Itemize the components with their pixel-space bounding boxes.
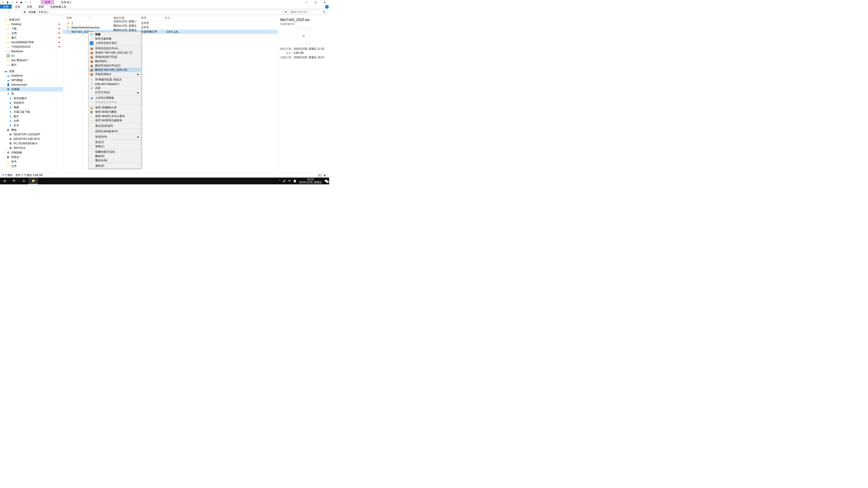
breadcrumb[interactable]: 🖥 › 此电脑 › 文档 (E:) › ˅ xyxy=(22,9,283,14)
tree-downloads[interactable]: ▬下载📌 xyxy=(0,26,63,31)
refresh-button[interactable]: ⟳ xyxy=(283,9,288,14)
contextual-tab-manage[interactable]: 管理 xyxy=(41,0,54,4)
tree-soft[interactable]: ▬软件 xyxy=(0,159,63,164)
task-view-button[interactable]: ⧉ xyxy=(19,177,29,184)
menu-360-manage[interactable]: ●使用 360管理右键菜单 xyxy=(89,119,141,123)
action-center-icon[interactable]: 💬3 xyxy=(324,180,328,183)
history-dropdown[interactable]: ˅ xyxy=(11,11,16,13)
eject-icon[interactable]: ⏏ xyxy=(20,0,23,4)
col-size[interactable]: 大小 xyxy=(164,16,183,20)
tab-share[interactable]: 共享 xyxy=(24,4,35,8)
tree-music[interactable]: ▮音乐 xyxy=(0,123,63,128)
menu-shortcut[interactable]: 创建快捷方式(S) xyxy=(89,150,141,154)
crumb-dropdown-icon[interactable]: ˅ xyxy=(281,11,281,13)
tree-pc1[interactable]: 🖥DESKTOP-LSSOEDP xyxy=(0,132,63,137)
file-row[interactable]: 📁1 2020/12/15, 星期二 1... 文件夹 xyxy=(63,21,278,25)
file-row[interactable]: 📁BaiduNetdiskDownload 2020/12/25, 星期五 1.… xyxy=(63,25,278,30)
clock[interactable]: 16:32 2020/12/25, 星期五 xyxy=(299,178,322,184)
tree-thispc[interactable]: 🖥此电脑 xyxy=(0,87,63,92)
tab-file[interactable]: 文件 xyxy=(0,4,12,8)
tree-bandicam[interactable]: ▬Bandicam xyxy=(0,49,63,54)
menu-restore[interactable]: 还原以前的版本(V) xyxy=(89,129,141,133)
menu-360-trojan[interactable]: ●使用 360进行木马云查杀 xyxy=(89,114,141,119)
menu-rename[interactable]: 重命名(M) xyxy=(89,158,141,163)
check-icon[interactable]: ✔ xyxy=(10,0,14,4)
menu-burn[interactable]: 刻录光盘映像 xyxy=(89,37,141,41)
search-button[interactable]: 🔍 xyxy=(9,177,19,184)
col-modified[interactable]: 修改日期 xyxy=(114,16,141,20)
tab-home[interactable]: 主页 xyxy=(12,4,24,8)
tree-pics[interactable]: ▬图片📌 xyxy=(0,35,63,40)
col-name[interactable]: 名称 xyxy=(63,16,114,20)
tree-docs[interactable]: ▬文档📌 xyxy=(0,31,63,35)
tree-video[interactable]: ▮视频 xyxy=(0,105,63,109)
up-button[interactable]: ↑ xyxy=(16,10,20,13)
close-red-icon[interactable]: ✕ xyxy=(15,0,19,4)
tree-pc3[interactable]: 🖥PC-20190530OBLA xyxy=(0,141,63,146)
menu-extract-to[interactable]: 📦解压到(F)... xyxy=(89,59,141,64)
start-button[interactable]: ⊞ xyxy=(0,177,9,184)
tree-onedrive[interactable]: ☁OneDrive xyxy=(0,73,63,78)
tree-lib[interactable]: ▮库 xyxy=(0,92,63,96)
menu-send-to[interactable]: 发送到(N)▶ xyxy=(89,135,141,139)
tree-excel[interactable]: ▬excel表格制作求和📌 xyxy=(0,40,63,44)
tree-local[interactable]: ▮本机照片 xyxy=(0,101,63,105)
menu-properties[interactable]: 属性(R) xyxy=(89,164,141,168)
menu-copy[interactable]: 复制(C) xyxy=(89,144,141,149)
ime-indicator[interactable]: 中 xyxy=(288,179,291,183)
tree-gdrive[interactable]: 💽G:\ xyxy=(0,54,63,58)
explorer-taskbar-button[interactable]: 📁 xyxy=(29,177,38,184)
menu-share[interactable]: ↗共享 xyxy=(89,86,141,90)
menu-add-archive[interactable]: 📦添加到压缩文件(A)... xyxy=(89,46,141,51)
menu-other-compress[interactable]: 📦其他压缩命令▶ xyxy=(89,72,141,76)
volume-icon[interactable]: 🔊 xyxy=(283,180,286,183)
menu-mount[interactable]: 💿装载 xyxy=(89,32,141,37)
tree-pics2[interactable]: ▬图片 xyxy=(0,63,63,67)
tree-yunqishi[interactable]: ▬YUNQISHI2019📌 xyxy=(0,44,63,49)
tree-win7re[interactable]: ▬win7重装win7 xyxy=(0,58,63,63)
menu-360-unlock[interactable]: 🔓使用 360解除占用 xyxy=(89,105,141,110)
crumb-thispc[interactable]: 此电脑 xyxy=(29,10,36,14)
tree-tianyi[interactable]: ▮天翼云盘下载 xyxy=(0,109,63,114)
menu-youdao[interactable]: ↗上传到有道云笔记 xyxy=(89,41,141,45)
crumb-location[interactable]: 文档 (E:) xyxy=(38,10,48,14)
minimize-button[interactable]: — xyxy=(302,0,311,4)
menu-notepadpp[interactable]: 📝Edit with Notepad++ xyxy=(89,82,141,86)
tree-desktop[interactable]: ▬Desktop📌 xyxy=(0,22,63,26)
tree-quick-access[interactable]: ★快速访问 xyxy=(0,18,63,22)
tree-network[interactable]: 🖧网络 xyxy=(0,128,63,132)
menu-open-with[interactable]: 打开方式(H)▶ xyxy=(89,90,141,95)
tab-view[interactable]: 查看 xyxy=(35,4,47,8)
tree-docs2[interactable]: ▮文档 xyxy=(0,119,63,123)
menu-qq-send[interactable]: 通过QQ发送到 xyxy=(89,124,141,128)
back-button[interactable]: ← xyxy=(2,10,6,13)
menu-baidu[interactable]: ◆上传到百度网盘 xyxy=(89,96,141,100)
tree-saved[interactable]: ▮保存的图片 xyxy=(0,96,63,101)
menu-open-360zip[interactable]: 📦用360压缩打开(Q) xyxy=(89,55,141,59)
tree-ctrl[interactable]: ⚙控制面板 xyxy=(0,150,63,155)
tree-admin[interactable]: 👤Administrator xyxy=(0,83,63,87)
tree-recycle[interactable]: 🗑回收站 xyxy=(0,155,63,159)
tree-files[interactable]: ▬文件 xyxy=(0,164,63,168)
menu-fengmi[interactable]: ✦用 蜂蜜浏览器 浏览(3) xyxy=(89,77,141,82)
tree-pc4[interactable]: 🖥ZMT2019 xyxy=(0,146,63,150)
tree-pics3[interactable]: ▮图片 xyxy=(0,114,63,119)
tree-desk[interactable]: ▬桌面 xyxy=(0,69,63,73)
menu-extract-to-folder[interactable]: 📦解压到 Win7x64_2020\ (E) xyxy=(89,68,141,72)
menu-extract-here[interactable]: 📦解压到当前文件夹(X) xyxy=(89,64,141,68)
menu-360-delete[interactable]: 🗑使用 360强力删除 xyxy=(89,110,141,114)
maximize-button[interactable]: ▢ xyxy=(311,0,320,4)
tree-wps[interactable]: ☁WPS网盘 xyxy=(0,78,63,83)
col-type[interactable]: 类型 xyxy=(141,16,164,20)
tab-disc-tools[interactable]: 光盘映像工具 xyxy=(47,4,70,8)
tray-app-icon[interactable]: 📋 xyxy=(293,180,297,183)
view-details-button[interactable]: ≡ xyxy=(317,173,322,177)
view-icons-button[interactable]: ▦ xyxy=(322,173,327,177)
menu-delete[interactable]: 删除(D) xyxy=(89,154,141,158)
search-input[interactable]: 搜索"文档 (E:)" 🔍 xyxy=(289,9,327,14)
menu-cut[interactable]: 剪切(T) xyxy=(89,140,141,144)
menu-add-zip[interactable]: 📦添加到 "Win7x64_2020.zip" (T) xyxy=(89,51,141,55)
qat-dropdown-icon[interactable]: ▾ xyxy=(24,0,28,4)
close-button[interactable]: ✕ xyxy=(320,0,329,4)
forward-button[interactable]: → xyxy=(6,10,11,13)
